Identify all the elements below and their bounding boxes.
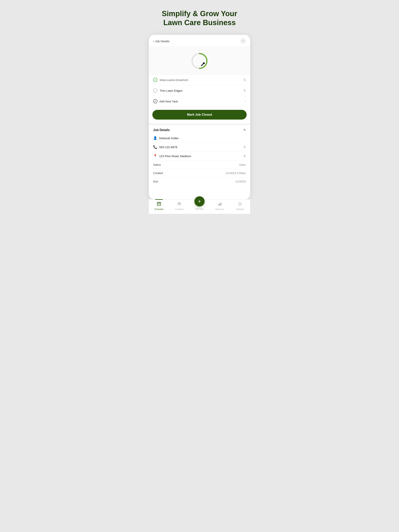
phone-row[interactable]: 📞 555-132-9876 ⇅	[153, 143, 246, 152]
task-1-label: Mow Lawns (Catcher)	[160, 78, 188, 82]
address-left: 📍 123 Pine Road, Madison	[153, 154, 191, 158]
status-label: Status	[153, 163, 161, 166]
svg-rect-5	[157, 202, 161, 206]
customer-name-value: Deborah Keller	[159, 137, 179, 140]
task-item-1[interactable]: Mow Lawns (Catcher) ⇅	[152, 75, 247, 85]
task-2-left: Trim Lawn Edges	[153, 89, 182, 93]
svg-point-16	[239, 203, 241, 204]
svg-point-11	[178, 203, 179, 204]
phone-icon: 📞	[153, 145, 157, 149]
add-task-chevron-icon[interactable]: ›	[245, 100, 246, 103]
add-new-plus-icon: +	[198, 199, 201, 204]
schedule-nav-label: Schedule	[154, 208, 163, 210]
contacts-icon	[177, 202, 182, 207]
nav-item-revenue[interactable]: Revenue	[214, 202, 225, 210]
back-arrow-icon: ‹	[153, 39, 154, 43]
status-value: Open	[239, 163, 246, 166]
svg-rect-15	[220, 203, 221, 206]
location-icon: 📍	[153, 154, 157, 158]
created-label: Created	[153, 171, 163, 175]
svg-point-12	[180, 203, 181, 204]
schedule-icon	[157, 202, 161, 207]
add-task-row[interactable]: + Add New Task ›	[152, 96, 247, 107]
svg-rect-13	[218, 204, 219, 206]
header-title: Job Details	[155, 39, 169, 43]
nav-item-contacts[interactable]: Contacts	[174, 202, 185, 210]
customer-name-left: 👤 Deborah Keller	[153, 136, 179, 140]
address-expand-icon[interactable]: ⇅	[243, 154, 246, 158]
add-task-left: + Add New Task	[153, 99, 178, 103]
task-1-left: Mow Lawns (Catcher)	[153, 78, 188, 82]
back-button[interactable]: ‹ Job Details	[153, 39, 169, 43]
svg-rect-14	[219, 203, 220, 206]
task-1-checkbox[interactable]	[153, 78, 157, 82]
person-icon: 👤	[153, 136, 157, 140]
customer-name-row: 👤 Deborah Keller	[153, 134, 246, 143]
svg-rect-9	[158, 204, 159, 205]
created-row: Created 11/24/23 5:59am	[153, 169, 246, 177]
phone-expand-icon[interactable]: ⇅	[243, 145, 246, 149]
headline-line2: Lawn Care Business	[163, 19, 236, 27]
app-headline: Simplify & Grow Your Lawn Care Business	[162, 9, 237, 27]
task-1-expand-icon[interactable]: ⇅	[243, 78, 246, 82]
add-task-plus-icon: +	[153, 99, 157, 103]
nav-item-add-new[interactable]: + Add New	[194, 202, 205, 210]
phone-left: 📞 555-132-9876	[153, 145, 177, 149]
due-label: Due	[153, 180, 158, 183]
contacts-nav-label: Contacts	[175, 208, 183, 210]
job-details-card: ‹ Job Details ⓘ	[149, 35, 250, 199]
phone-value: 555-132-9876	[159, 146, 177, 149]
due-row: Due 11/28/23	[153, 177, 246, 186]
due-value: 11/28/23	[235, 180, 246, 183]
job-details-title: Job Details	[153, 128, 170, 132]
info-button[interactable]: ⓘ	[240, 38, 246, 44]
nav-item-settings[interactable]: Settings	[234, 202, 246, 210]
created-value: 11/24/23 5:59am	[225, 171, 246, 175]
settings-nav-label: Settings	[236, 208, 244, 210]
add-new-nav-label: Add New	[195, 208, 204, 210]
progress-section	[149, 47, 250, 75]
task-2-label: Trim Lawn Edges	[160, 89, 182, 92]
task-2-checkbox[interactable]	[153, 89, 157, 93]
task-2-expand-icon[interactable]: ⇅	[243, 89, 246, 93]
job-details-header: Job Details ✎	[153, 128, 246, 132]
status-row: Status Open	[153, 161, 246, 169]
add-task-label: Add New Task	[159, 100, 178, 103]
nav-item-schedule[interactable]: Schedule	[153, 202, 165, 210]
progress-ring	[191, 52, 208, 70]
add-new-fab[interactable]: +	[194, 196, 205, 206]
address-value: 123 Pine Road, Madison	[159, 154, 191, 158]
svg-rect-10	[159, 204, 160, 205]
headline-line1: Simplify & Grow Your	[162, 10, 237, 18]
edit-icon[interactable]: ✎	[243, 128, 246, 132]
bottom-navigation: Schedule Contacts + Add New Revenu	[149, 199, 250, 214]
revenue-nav-label: Revenue	[215, 208, 224, 210]
card-header: ‹ Job Details ⓘ	[149, 35, 250, 47]
address-row[interactable]: 📍 123 Pine Road, Madison ⇅	[153, 152, 246, 161]
job-details-section: Job Details ✎ 👤 Deborah Keller 📞 555-132…	[149, 123, 250, 188]
mark-job-closed-button[interactable]: Mark Job Closed	[152, 110, 247, 120]
task-item-2[interactable]: Trim Lawn Edges ⇅	[152, 85, 247, 96]
revenue-icon	[217, 202, 222, 207]
task-list: Mow Lawns (Catcher) ⇅ Trim Lawn Edges ⇅ …	[149, 75, 250, 107]
settings-icon	[238, 202, 242, 207]
info-icon: ⓘ	[242, 39, 245, 43]
